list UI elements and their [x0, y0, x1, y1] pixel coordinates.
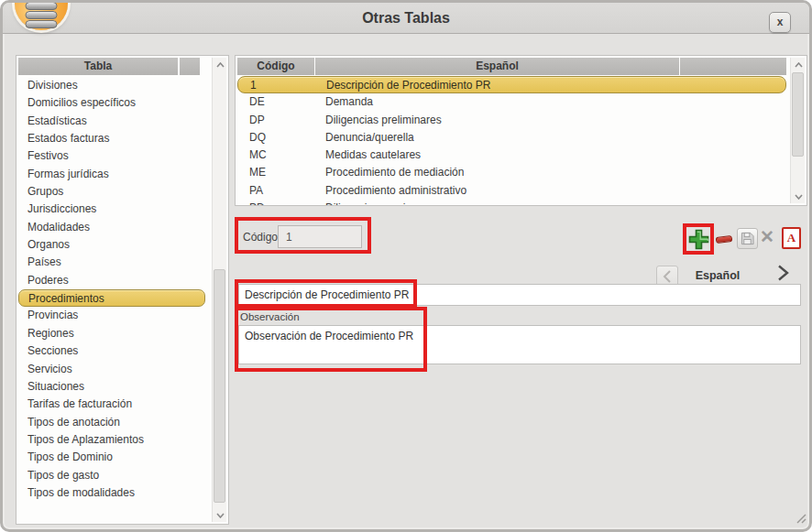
sidebar-item[interactable]: Tipos de modalidades	[18, 484, 208, 502]
scroll-down-icon[interactable]	[791, 190, 806, 203]
records-table-panel: Código Español 1Descripción de Procedimi…	[235, 55, 807, 206]
delete-button[interactable]: ✕	[760, 226, 774, 247]
observacion-textarea[interactable]: Observación de Procedimiento PR	[238, 325, 801, 364]
sidebar-scrollbar[interactable]	[212, 58, 226, 522]
resize-grip-icon[interactable]	[796, 511, 807, 527]
language-label: Español	[681, 269, 754, 282]
cell-espanol: Medidas cautelares	[314, 147, 786, 164]
remove-button[interactable]	[716, 236, 732, 243]
cell-espanol: Descripción de Procedimiento PR	[315, 77, 785, 92]
scroll-up-icon[interactable]	[791, 58, 806, 71]
cell-codigo: 1	[238, 77, 315, 92]
next-language-button[interactable]	[777, 265, 789, 285]
cell-codigo: MC	[237, 147, 314, 164]
sidebar-item[interactable]: Grupos	[18, 183, 208, 201]
cell-codigo: DP	[237, 112, 314, 129]
cell-espanol: Diligencias preliminares	[314, 112, 786, 129]
sidebar-item[interactable]: Poderes	[18, 272, 208, 289]
table-row[interactable]: PAProcedimiento administrativo	[237, 182, 786, 200]
sidebar-item[interactable]: Procedimientos	[18, 289, 205, 307]
add-button[interactable]	[687, 228, 710, 255]
window-title: Otras Tablas	[3, 3, 809, 34]
sidebar-item[interactable]: Organos	[18, 236, 208, 254]
sidebar-item[interactable]: Formas jurídicas	[18, 166, 208, 183]
table-row[interactable]: MCMedidas cautelares	[237, 147, 786, 164]
column-header-espanol[interactable]: Español	[315, 58, 679, 75]
minus-icon	[716, 235, 733, 244]
sidebar-item[interactable]: Situaciones	[18, 378, 208, 396]
sidebar-item[interactable]: Provincias	[18, 307, 208, 324]
title-bar: Otras Tablas	[3, 3, 809, 34]
save-button[interactable]	[737, 228, 758, 249]
codigo-input[interactable]	[278, 225, 362, 248]
close-button[interactable]: x	[769, 12, 791, 33]
sidebar-item[interactable]: Tipos de gasto	[18, 467, 208, 484]
table-row[interactable]: PDDiligencias previas	[237, 200, 786, 205]
otras-tablas-window: Otras Tablas x Tabla DivisionesDomicilio…	[0, 0, 812, 532]
observacion-label: Observación	[240, 311, 300, 322]
scroll-up-icon[interactable]	[213, 58, 227, 71]
column-header-codigo[interactable]: Código	[237, 58, 314, 75]
scrollbar-thumb[interactable]	[214, 269, 225, 503]
sidebar-item[interactable]: Secciones	[18, 342, 208, 360]
cell-espanol: Procedimiento administrativo	[314, 182, 786, 200]
sidebar-header-extra	[180, 58, 200, 75]
cell-espanol: Procedimiento de mediación	[314, 164, 786, 181]
table-row[interactable]: DEDemanda	[237, 93, 786, 111]
chevron-right-icon	[777, 265, 789, 281]
pdf-export-button[interactable]: A	[782, 227, 801, 249]
sidebar-item[interactable]: Modalidades	[18, 219, 208, 236]
scroll-down-icon[interactable]	[213, 508, 227, 522]
codigo-label: Código	[243, 231, 278, 244]
sidebar-item[interactable]: Países	[18, 254, 208, 271]
sidebar-item[interactable]: Tipos de anotación	[18, 414, 208, 431]
chevron-left-icon	[663, 270, 672, 283]
sidebar-item[interactable]: Divisiones	[18, 77, 208, 94]
sidebar-item[interactable]: Domicilios específicos	[18, 94, 208, 112]
sidebar-item[interactable]: Tipos de Aplazamientos	[18, 431, 208, 449]
sidebar-list: DivisionesDomicilios específicosEstadíst…	[18, 77, 208, 522]
cell-espanol: Denuncia/querella	[314, 129, 786, 147]
cell-espanol: Diligencias previas	[314, 200, 786, 205]
table-body: 1Descripción de Procedimiento PRDEDemand…	[237, 76, 786, 205]
table-scrollbar[interactable]	[790, 58, 805, 203]
save-icon	[741, 232, 754, 245]
table-row[interactable]: DPDiligencias preliminares	[237, 112, 786, 129]
sidebar-item[interactable]: Tarifas de facturación	[18, 396, 208, 413]
sidebar-item[interactable]: Estadísticas	[18, 113, 208, 130]
sidebar-item[interactable]: Festivos	[18, 147, 208, 165]
cell-codigo: PD	[237, 200, 314, 205]
descripcion-input[interactable]	[238, 284, 801, 306]
table-row[interactable]: MEProcedimiento de mediación	[237, 164, 786, 181]
sidebar-column-header[interactable]: Tabla	[18, 58, 178, 75]
sidebar-item[interactable]: Tipos de Dominio	[18, 449, 208, 466]
sidebar-item[interactable]: Estados facturas	[18, 130, 208, 147]
table-row[interactable]: DQDenuncia/querella	[237, 129, 786, 147]
scrollbar-thumb[interactable]	[792, 72, 804, 157]
cell-codigo: DQ	[237, 129, 314, 147]
sidebar-item[interactable]: Regiones	[18, 325, 208, 342]
table-header-extra	[680, 58, 786, 75]
cell-codigo: DE	[237, 93, 314, 111]
sidebar-item[interactable]: Servicios	[18, 361, 208, 378]
sidebar-item[interactable]: Jurisdicciones	[18, 201, 208, 218]
table-row[interactable]: 1Descripción de Procedimiento PR	[237, 76, 786, 93]
cell-espanol: Demanda	[314, 93, 786, 111]
cell-codigo: ME	[237, 164, 314, 181]
tables-list-panel: Tabla DivisionesDomicilios específicosEs…	[16, 55, 229, 525]
cell-codigo: PA	[237, 182, 314, 200]
